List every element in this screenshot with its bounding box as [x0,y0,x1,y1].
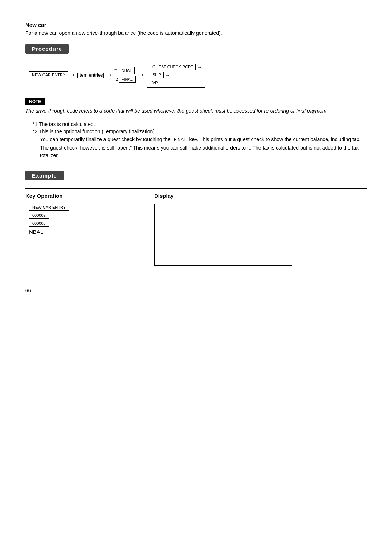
flow-branch-nbal-final: *1 NBAL *2 FINAL [114,66,136,83]
flow-branch-final: *2 FINAL [114,76,136,83]
flow-arrow-2: → [106,71,112,79]
note-badge: NOTE [25,98,45,105]
procedure-badge: Procedure [25,44,69,54]
slip-box: SLIP [150,72,164,78]
key-operation-col: Key Operation NEW CAR ENTRY 000002 00000… [25,188,143,235]
guest-check-rcpt-box: GUEST CHECK RCPT [150,64,196,70]
display-col: Display [143,188,367,266]
numbered-note-2-detail: You can temporarily finalize a guest che… [40,136,367,160]
vp-item: VP → [150,80,202,86]
numbered-notes: *1 The tax is not calculated. *2 This is… [33,121,367,160]
final-box: FINAL [119,76,136,83]
key-op-new-car-entry: NEW CAR ENTRY [29,204,69,211]
page-number: 66 [25,288,367,293]
guest-check-rcpt-item: GUEST CHECK RCPT → [150,64,202,70]
flow-arrow-1: → [69,71,75,79]
new-car-title: New car [25,22,367,28]
vp-arrow: → [162,80,167,86]
final-key-inline: FINAL [172,136,188,144]
flow-right-group: GUEST CHECK RCPT → SLIP → VP → [147,62,205,88]
vp-box: VP [150,80,160,86]
item-entries-text: [Item entries] [77,72,104,78]
new-car-entry-box: NEW CAR ENTRY [29,71,68,78]
note-section: NOTE The drive-through code refers to a … [25,98,367,115]
gcr-arrow: → [197,64,202,70]
example-table-area: Key Operation NEW CAR ENTRY 000002 00000… [25,188,367,266]
key-operation-header: Key Operation [25,193,143,199]
nbal-box: NBAL [119,67,135,74]
slip-item: SLIP → [150,72,202,78]
note-text: The drive-through code refers to a code … [25,107,367,115]
new-car-desc: For a new car, open a new drive-through … [25,30,367,36]
flow-branch-nbal: *1 NBAL [114,67,136,74]
key-op-000002: 000002 [29,212,49,219]
example-badge: Example [25,171,64,180]
display-box [154,204,292,266]
numbered-note-2: *2 This is the optional function (Tempor… [33,129,367,134]
key-op-000003: 000003 [29,220,49,227]
key-op-items: NEW CAR ENTRY 000002 000003 NBAL [29,204,143,235]
star2: *2 [114,77,118,81]
numbered-note-1: *1 The tax is not calculated. [33,121,367,127]
procedure-flow-diagram: NEW CAR ENTRY → [Item entries] → *1 NBAL… [29,62,367,88]
slip-arrow: → [165,72,170,78]
key-op-nbal: NBAL [29,229,43,235]
star1: *1 [114,69,118,73]
flow-arrow-3: → [138,71,144,79]
display-header: Display [154,193,367,199]
